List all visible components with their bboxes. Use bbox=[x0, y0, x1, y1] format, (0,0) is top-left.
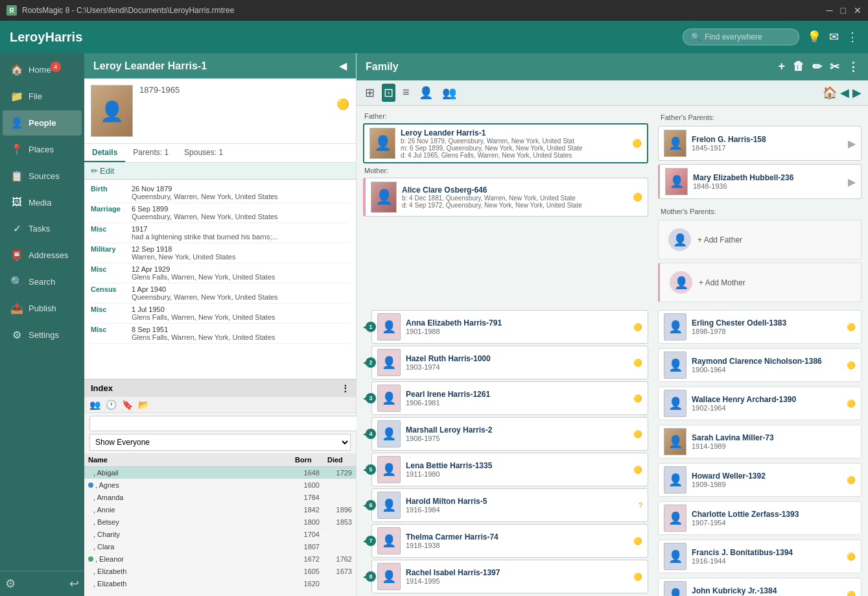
nav-back-button[interactable]: ◀ bbox=[840, 86, 849, 100]
messages-icon[interactable]: ✉ bbox=[829, 30, 839, 44]
hints-icon[interactable]: 💡 bbox=[807, 30, 821, 44]
spouse-card[interactable]: 👤 Sarah Lavina Miller-73 1914-1989 bbox=[658, 425, 862, 459]
index-search-input[interactable] bbox=[89, 416, 361, 431]
tab-details[interactable]: Details bbox=[84, 144, 125, 162]
nav-forward-button[interactable]: ▶ bbox=[852, 86, 862, 100]
child-card[interactable]: 4 👤 Marshall Leroy Harris-2 1908-1975 🟡 bbox=[371, 417, 648, 451]
child-card[interactable]: 2 👤 Hazel Ruth Harris-1000 1903-1974 🟡 bbox=[371, 346, 648, 379]
index-list-item[interactable]: , Annie 1842 1896 bbox=[84, 504, 356, 516]
index-list-item[interactable]: , Abigail 1648 1729 bbox=[84, 467, 356, 479]
index-list-item[interactable]: , Clara 1807 bbox=[84, 541, 356, 553]
child-dna-badge: 🟡 bbox=[633, 394, 642, 403]
child-dates: 1901-1988 bbox=[406, 328, 502, 335]
child-card[interactable]: 1 👤 Anna Elizabeth Harris-791 1901-1988 … bbox=[371, 310, 648, 344]
edit-button[interactable]: ✏ Edit bbox=[91, 166, 114, 176]
delete-family-icon[interactable]: 🗑 bbox=[793, 60, 804, 74]
child-row[interactable]: ◀ 7 👤 Thelma Carmer Harris-74 1918-1938 … bbox=[363, 524, 648, 558]
sidebar-item-media[interactable]: 🖼 Media bbox=[3, 190, 82, 215]
child-name: Anna Elizabeth Harris-791 bbox=[406, 318, 502, 328]
content-area: Leroy Leander Harris-1 ◀ 👤 1879-1965 🟡 D… bbox=[84, 53, 868, 596]
paternal-grandmother-card[interactable]: 👤 Mary Elizabeth Hubbell-236 1848-1936 ▶ bbox=[658, 164, 862, 199]
tab-parents[interactable]: Parents: 1 bbox=[125, 144, 176, 162]
family-list-icon[interactable]: ≡ bbox=[401, 84, 412, 102]
index-table-container[interactable]: Name Born Died , Abigail 1648 1729 , Agn… bbox=[84, 453, 356, 596]
add-family-icon[interactable]: + bbox=[778, 60, 785, 74]
spouse-card[interactable]: 👤 Raymond Clarence Nicholson-1386 1900-1… bbox=[658, 348, 862, 382]
close-btn[interactable]: ✕ bbox=[854, 5, 862, 16]
add-mother-button[interactable]: 👤 + Add Mother bbox=[658, 263, 862, 302]
global-search-bar[interactable]: 🔍 Find everywhere bbox=[683, 29, 799, 45]
media-icon: 🖼 bbox=[10, 197, 23, 208]
child-row[interactable]: ◀ 4 👤 Marshall Leroy Harris-2 1908-1975 … bbox=[363, 417, 648, 451]
spouse-card[interactable]: 👤 John Kubricky Jr.-1384 1909-1969 🟡 bbox=[658, 578, 862, 596]
spouse-card[interactable]: 👤 Charlotte Lottie Zerfass-1393 1907-195… bbox=[658, 501, 862, 535]
bottom-icon-left[interactable]: ⚙ bbox=[5, 577, 16, 591]
group-view-icon[interactable]: 👥 bbox=[440, 84, 458, 102]
child-row[interactable]: ◀ 5 👤 Lena Bettie Harris-1335 1911-1980 … bbox=[363, 453, 648, 486]
index-list-item[interactable]: , Betsey 1800 1853 bbox=[84, 516, 356, 529]
spouse-card[interactable]: 👤 Howard Weller-1392 1909-1989 🟡 bbox=[658, 463, 862, 497]
bottom-icon-right[interactable]: ↩ bbox=[69, 577, 79, 591]
index-filter-select[interactable]: Show Everyone bbox=[89, 434, 351, 451]
child-row[interactable]: ◀ 3 👤 Pearl Irene Harris-1261 1906-1981 … bbox=[363, 381, 648, 415]
index-list-item[interactable]: , Elizabeth 1605 1673 bbox=[84, 566, 356, 578]
more-icon[interactable]: ⋮ bbox=[847, 30, 858, 44]
index-list-item[interactable]: , Eleanor 1672 1762 bbox=[84, 553, 356, 566]
spouse-card[interactable]: 👤 Francis J. Bonitatibus-1394 1916-1944 … bbox=[658, 540, 862, 573]
child-card[interactable]: 5 👤 Lena Bettie Harris-1335 1911-1980 🟡 bbox=[371, 453, 648, 486]
add-father-button[interactable]: 👤 + Add Father bbox=[658, 220, 862, 259]
index-folder-icon[interactable]: 📂 bbox=[138, 399, 149, 410]
index-list-item[interactable]: , Charity 1704 bbox=[84, 529, 356, 541]
minimize-btn[interactable]: ─ bbox=[827, 5, 833, 16]
collapse-panel-button[interactable]: ◀ bbox=[339, 60, 347, 72]
index-list-item[interactable]: , Elizabeth 1620 bbox=[84, 578, 356, 590]
paternal-grandfather-card[interactable]: 👤 Frelon G. Harris-158 1845-1917 ▶ bbox=[658, 126, 862, 161]
sidebar-item-home[interactable]: 🏠 Home 4 bbox=[3, 57, 82, 82]
index-people-icon[interactable]: 👥 bbox=[89, 399, 100, 410]
child-name: Hazel Ruth Harris-1000 bbox=[406, 354, 491, 363]
index-bookmark-icon[interactable]: 🔖 bbox=[122, 399, 133, 410]
sidebar-item-search[interactable]: 🔍 Search bbox=[3, 269, 82, 294]
father-card[interactable]: 👤 Leroy Leander Harris-1 b: 26 Nov 1879,… bbox=[363, 123, 648, 163]
child-card[interactable]: 3 👤 Pearl Irene Harris-1261 1906-1981 🟡 bbox=[371, 381, 648, 415]
index-more-icon[interactable]: ⋮ bbox=[341, 383, 349, 393]
child-card[interactable]: 6 👤 Harold Milton Harris-5 1916-1984 ? bbox=[371, 488, 648, 522]
index-list-item[interactable]: , Amanda 1784 bbox=[84, 492, 356, 504]
child-card[interactable]: 8 👤 Rachel Isabel Harris-1397 1914-1995 … bbox=[371, 560, 648, 593]
maximize-btn[interactable]: □ bbox=[841, 5, 846, 16]
index-history-icon[interactable]: 🕐 bbox=[106, 399, 117, 410]
sidebar-item-tasks[interactable]: ✓ Tasks bbox=[3, 216, 82, 241]
home-nav-icon[interactable]: 🏠 bbox=[823, 86, 837, 100]
index-list-item[interactable]: , Agnes 1600 bbox=[84, 479, 356, 492]
sidebar-item-sources[interactable]: 📋 Sources bbox=[3, 163, 82, 189]
child-card[interactable]: 7 👤 Thelma Carmer Harris-74 1918-1938 🟡 bbox=[371, 524, 648, 558]
sidebar-item-places[interactable]: 📍 Places bbox=[3, 137, 82, 162]
child-row[interactable]: ◀ 6 👤 Harold Milton Harris-5 1916-1984 ? bbox=[363, 488, 648, 522]
sidebar-item-file[interactable]: 📁 File bbox=[3, 84, 82, 109]
child-row[interactable]: ◀ 8 👤 Rachel Isabel Harris-1397 1914-199… bbox=[363, 560, 648, 593]
child-info: Rachel Isabel Harris-1397 1914-1995 bbox=[406, 568, 500, 585]
sidebar-item-addresses[interactable]: 📮 Addresses bbox=[3, 243, 82, 268]
index-born-cell: 1600 bbox=[291, 479, 323, 492]
child-row[interactable]: ◀ 2 👤 Hazel Ruth Harris-1000 1903-1974 🟡 bbox=[363, 346, 648, 379]
tab-spouses[interactable]: Spouses: 1 bbox=[176, 144, 231, 162]
family-view-icon[interactable]: ⊞ bbox=[363, 84, 377, 102]
mother-card[interactable]: 👤 Alice Clare Osberg-646 b: 4 Dec 1881, … bbox=[363, 178, 648, 217]
father-card-info: Leroy Leander Harris-1 b: 26 Nov 1879, Q… bbox=[401, 128, 627, 159]
edit-family-icon[interactable]: ✏ bbox=[812, 60, 822, 74]
spouse-card[interactable]: 👤 Wallace Henry Archard-1390 1902-1964 🟡 bbox=[658, 387, 862, 420]
window-controls[interactable]: ─ □ ✕ bbox=[827, 5, 862, 16]
sidebar-item-publish[interactable]: 📤 Publish bbox=[3, 296, 82, 321]
family-grid-icon[interactable]: ⊡ bbox=[382, 84, 395, 102]
tools-family-icon[interactable]: ✂ bbox=[830, 60, 839, 74]
child-info: Anna Elizabeth Harris-791 1901-1988 bbox=[406, 318, 502, 335]
pgf-chevron-icon[interactable]: ▶ bbox=[848, 137, 856, 150]
more-family-icon[interactable]: ⋮ bbox=[847, 60, 859, 74]
spouse-card[interactable]: 👤 Erling Chester Odell-1383 1898-1978 🟡 bbox=[658, 310, 862, 344]
sidebar-item-settings[interactable]: ⚙ Settings bbox=[3, 322, 82, 348]
sidebar-label-publish: Publish bbox=[29, 304, 56, 313]
sidebar-item-people[interactable]: 👤 People bbox=[3, 110, 82, 136]
person-view-icon[interactable]: 👤 bbox=[417, 84, 435, 102]
child-row[interactable]: ◀ 1 👤 Anna Elizabeth Harris-791 1901-198… bbox=[363, 310, 648, 344]
pgm-chevron-icon[interactable]: ▶ bbox=[848, 176, 856, 188]
